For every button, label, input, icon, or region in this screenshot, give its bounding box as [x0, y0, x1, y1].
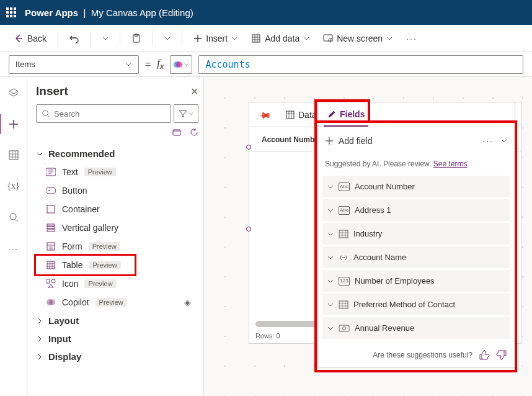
paste-button[interactable] — [126, 30, 146, 47]
field-label: Number of Employees — [355, 276, 435, 286]
add-data-button[interactable]: Add data — [246, 30, 314, 47]
field-type-icon: Abc — [339, 182, 350, 191]
svg-rect-12 — [46, 187, 56, 194]
chevron-down-icon — [386, 35, 392, 42]
search-icon — [42, 109, 50, 118]
filter-button[interactable] — [174, 104, 198, 123]
app-launcher-icon[interactable] — [6, 7, 16, 17]
section-recommended[interactable]: Recommended — [36, 145, 198, 163]
chevron-down-icon — [327, 231, 334, 237]
field-item[interactable]: Preferred Method of Contact — [322, 294, 510, 315]
chevron-right-icon — [36, 317, 43, 325]
back-button[interactable]: Back — [9, 30, 51, 47]
new-screen-button[interactable]: New screen — [318, 30, 397, 47]
insert-item-icon[interactable]: Icon Preview — [36, 274, 198, 293]
section-display[interactable]: Display — [36, 348, 198, 366]
thumbs-up-icon[interactable] — [479, 349, 490, 361]
more-icon[interactable]: ··· — [482, 136, 494, 146]
tab-data[interactable]: Data — [282, 102, 321, 127]
pin-button[interactable]: 📌 — [255, 102, 273, 127]
svg-rect-27 — [339, 325, 349, 331]
insert-item-text[interactable]: Text Preview — [36, 163, 198, 181]
field-item[interactable]: Annual Revenue — [322, 317, 510, 339]
chevron-down-icon — [125, 61, 132, 68]
chevron-down-icon — [327, 207, 334, 214]
insert-item-copilot[interactable]: Copilot Preview ◈ — [36, 293, 198, 312]
chevron-down-icon — [327, 278, 334, 284]
plus-icon — [8, 119, 19, 130]
field-item[interactable]: 123Number of Employees — [322, 270, 510, 292]
svg-rect-7 — [9, 151, 18, 160]
field-item[interactable]: Industry — [322, 223, 510, 245]
canvas-area[interactable]: 📌 Data Account Numbe Rows: 0 Fields — [204, 77, 532, 396]
insert-button[interactable]: Insert — [188, 30, 242, 47]
copilot-formula-button[interactable] — [170, 55, 192, 74]
insert-item-table[interactable]: Table Preview — [36, 256, 198, 274]
rail-variables[interactable]: {x} — [4, 176, 24, 196]
formula-input[interactable] — [198, 55, 523, 74]
copilot-icon — [173, 60, 183, 70]
fields-panel: Fields Add field ··· Suggested by AI. Pl… — [317, 102, 515, 367]
close-icon[interactable]: ✕ — [190, 86, 198, 97]
undo-button[interactable] — [64, 30, 84, 47]
tab-fields[interactable]: Fields — [324, 102, 368, 127]
table-icon — [46, 260, 56, 270]
selection-handle[interactable] — [246, 145, 251, 150]
svg-rect-2 — [252, 35, 260, 42]
chevron-down-icon — [327, 325, 334, 331]
rail-insert[interactable] — [4, 114, 24, 134]
selection-handle[interactable] — [246, 227, 251, 232]
chevron-down-icon — [327, 254, 334, 261]
more-button[interactable]: ··· — [401, 30, 422, 47]
rows-count: Rows: 0 — [255, 332, 280, 340]
rail-search[interactable] — [4, 207, 24, 227]
svg-point-9 — [43, 110, 48, 116]
property-selector[interactable]: Items — [9, 55, 139, 74]
rail-tree-view[interactable] — [4, 83, 24, 103]
field-item[interactable]: Account Name — [322, 246, 510, 268]
insert-item-button[interactable]: Button — [36, 181, 198, 200]
refresh-button[interactable] — [190, 128, 198, 138]
variables-icon: {x} — [7, 181, 19, 191]
header-title: Power Apps | My Canvas App (Editing) — [25, 7, 193, 18]
ellipsis-icon: ··· — [8, 244, 19, 253]
plus-icon — [325, 137, 334, 145]
search-input[interactable] — [54, 109, 166, 119]
import-button[interactable] — [172, 128, 182, 138]
thumbs-down-icon[interactable] — [496, 349, 507, 361]
sidebar-rail: {x} ··· — [0, 77, 27, 396]
undo-icon — [69, 34, 79, 43]
insert-item-vertical-gallery[interactable]: Vertical gallery — [36, 218, 198, 237]
chevron-down-icon — [164, 35, 171, 42]
grid-icon — [9, 150, 19, 160]
command-bar: Back Insert Add data New screen ··· — [0, 25, 532, 52]
svg-rect-25 — [339, 230, 348, 238]
chevron-down-icon — [231, 35, 237, 42]
ellipsis-icon: ··· — [406, 34, 417, 43]
container-icon — [46, 204, 56, 214]
pin-icon: 📌 — [257, 107, 272, 122]
rail-more[interactable]: ··· — [4, 238, 24, 258]
gallery-icon — [46, 223, 56, 233]
text-icon — [46, 167, 56, 177]
fields-list: AbcAccount NumberAbcAddress 1IndustryAcc… — [317, 173, 515, 343]
chevron-down-icon — [303, 35, 309, 42]
field-item[interactable]: AbcAccount Number — [322, 176, 510, 197]
add-field-button[interactable]: Add field ··· — [317, 127, 515, 155]
chevron-down-icon — [36, 150, 43, 158]
search-input-wrapper[interactable] — [36, 104, 171, 123]
svg-rect-19 — [47, 261, 55, 269]
paste-dropdown[interactable] — [159, 32, 175, 45]
filter-icon — [179, 109, 187, 118]
insert-item-form[interactable]: Form Preview — [36, 237, 198, 256]
undo-dropdown[interactable] — [97, 32, 113, 45]
chevron-down-icon — [102, 35, 109, 42]
section-layout[interactable]: Layout — [36, 312, 198, 330]
rail-data[interactable] — [4, 145, 24, 165]
svg-rect-26 — [339, 301, 348, 308]
plus-icon — [193, 34, 202, 43]
field-item[interactable]: AbcAddress 1 — [322, 199, 510, 221]
see-terms-link[interactable]: See terms — [433, 160, 468, 168]
section-input[interactable]: Input — [36, 330, 198, 348]
insert-item-container[interactable]: Container — [36, 200, 198, 218]
